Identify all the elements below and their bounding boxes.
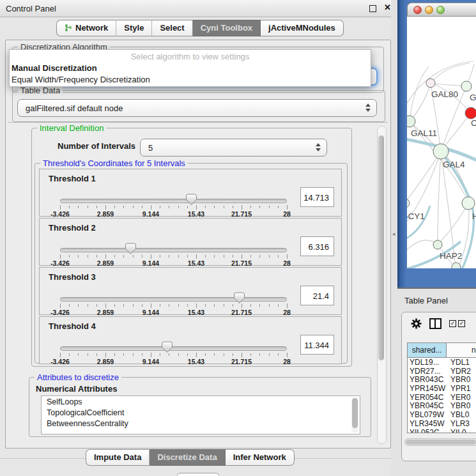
table-data-label: Table Data — [18, 86, 63, 95]
tick-mark — [142, 255, 142, 257]
tab-style[interactable]: Style — [116, 20, 152, 36]
apply-button[interactable]: Apply — [176, 473, 220, 476]
table-data-combobox[interactable]: galFiltered.sif default node — [17, 99, 377, 117]
network-node[interactable] — [426, 79, 435, 88]
tab-select[interactable]: Select — [152, 20, 192, 36]
tab-network[interactable]: Network — [56, 20, 116, 36]
tick-mark — [78, 206, 79, 208]
tick-mark — [88, 206, 88, 208]
tick-mark — [242, 254, 242, 259]
network-node[interactable] — [461, 81, 472, 91]
threshold-value-field[interactable]: 11.344 — [300, 335, 334, 355]
close-icon[interactable]: ✕ — [384, 3, 391, 12]
tick-mark — [269, 353, 270, 356]
list-scrollbar[interactable] — [351, 397, 358, 433]
column-header-name[interactable]: na — [447, 343, 476, 357]
network-node[interactable] — [452, 263, 461, 268]
network-node[interactable] — [433, 144, 449, 159]
slider-ticks — [60, 205, 287, 210]
cell-name: YER0 — [450, 393, 476, 402]
splitter-collapse-icon[interactable]: ◄ — [391, 231, 396, 237]
zoom-traffic-light-icon[interactable] — [436, 6, 445, 14]
column-header-shared-name[interactable]: shared... — [408, 343, 447, 357]
node-table: shared... na YDL19...YDL1YDR27...YDR2YBR… — [407, 342, 476, 433]
table-row[interactable]: YBL079WYBL0 — [408, 410, 476, 419]
float-window-icon[interactable] — [369, 5, 376, 12]
slider-track — [60, 199, 287, 203]
network-node[interactable] — [433, 240, 442, 249]
algorithm-option-equal-width[interactable]: Equal Width/Frequency Discretization — [10, 74, 371, 86]
tab-jactivemnodules[interactable]: jActiveMNodules — [261, 20, 344, 36]
tick-mark — [224, 206, 224, 208]
table-row[interactable]: YER054CYER0 — [408, 393, 476, 402]
checkbox-icon[interactable]: ✓ — [449, 320, 456, 327]
close-traffic-light-icon[interactable] — [413, 6, 422, 14]
table-row[interactable]: YLR345WYLR3 — [408, 419, 476, 428]
combo-spinner-icon — [365, 104, 371, 112]
tab-cyni-toolbox[interactable]: Cyni Toolbox — [193, 20, 261, 36]
network-node[interactable] — [407, 116, 415, 127]
tick-mark — [69, 255, 70, 257]
tick-mark — [160, 255, 160, 257]
table-row[interactable]: YPR145WYPR1 — [408, 384, 476, 393]
tick-label: 15.43 — [188, 210, 204, 218]
cell-name: YDR2 — [450, 367, 476, 376]
cell-shared-name: YDL19... — [408, 358, 450, 367]
threshold-value-field[interactable]: 6.316 — [300, 236, 334, 256]
list-scrollbar-thumb[interactable] — [352, 398, 358, 428]
minimize-traffic-light-icon[interactable] — [425, 6, 433, 14]
number-of-intervals-combobox[interactable]: 5 — [140, 139, 327, 157]
tick-mark — [233, 206, 233, 208]
tick-label: 9.144 — [142, 210, 159, 218]
slider-ticks — [60, 353, 287, 358]
control-panel-body: Discretization Algorithm Select algorith… — [5, 40, 391, 449]
tick-mark — [259, 353, 260, 356]
tick-mark — [105, 205, 106, 210]
tab-impute-data[interactable]: Impute Data — [86, 449, 150, 466]
number-of-intervals-value: 5 — [148, 143, 153, 153]
tick-label: 15.43 — [188, 309, 204, 316]
tab-discretize-data[interactable]: Discretize Data — [150, 449, 225, 466]
threshold-slider[interactable]: -3.4262.8599.14415.4321.71528 — [60, 247, 287, 263]
tick-mark — [133, 353, 134, 356]
network-canvas[interactable]: GAL80GACGAL11GAL4GCY1HHAP2 — [407, 17, 476, 268]
settings-scrollbar[interactable] — [377, 126, 387, 444]
panel-splitter[interactable] — [391, 0, 397, 476]
list-item[interactable]: TopologicalCoefficient — [42, 407, 360, 418]
split-view-icon[interactable] — [429, 318, 441, 329]
list-item[interactable]: SelfLoops — [42, 396, 360, 407]
threshold-value-field[interactable]: 14.713 — [300, 187, 334, 207]
table-hscrollbar-thumb[interactable] — [406, 440, 476, 445]
table-row[interactable]: YBR043CYBR0 — [408, 375, 476, 384]
settings-scrollbar-thumb[interactable] — [378, 135, 384, 360]
algorithm-option-manual[interactable]: Manual Discretization — [10, 63, 371, 74]
table-row[interactable]: YIL052CYIL0 — [408, 428, 476, 434]
checkbox-icon[interactable]: ✓ — [458, 320, 465, 327]
network-node[interactable] — [407, 199, 410, 208]
cell-name: YBL0 — [450, 410, 476, 419]
table-row[interactable]: YDR27...YDR2 — [408, 367, 476, 376]
gear-icon[interactable] — [411, 318, 422, 329]
threshold-slider[interactable]: -3.4262.8599.14415.4321.71528 — [60, 197, 287, 214]
table-hscrollbar[interactable] — [404, 438, 476, 446]
slider-tick-labels: -3.4262.8599.14415.4321.71528 — [60, 259, 287, 267]
tick-mark — [178, 206, 179, 208]
slider-ticks — [60, 303, 287, 309]
network-node[interactable] — [462, 197, 475, 210]
numerical-attributes-list[interactable]: SelfLoopsTopologicalCoefficientBetweenne… — [41, 395, 360, 434]
network-node[interactable] — [465, 107, 476, 119]
table-rows: YDL19...YDL1YDR27...YDR2YBR043CYBR0YPR14… — [407, 358, 476, 433]
tick-label: 28 — [283, 210, 291, 218]
threshold-slider[interactable]: -3.4262.8599.14415.4321.71528 — [60, 296, 287, 312]
table-row[interactable]: YDL19...YDL1 — [408, 358, 476, 367]
threshold-slider[interactable]: -3.4262.8599.14415.4321.71528 — [60, 345, 287, 362]
thresholds-group: Threshold's Coordinates for 5 Intervals … — [35, 163, 348, 364]
tick-mark — [133, 255, 134, 257]
tick-mark — [96, 353, 97, 356]
table-row[interactable]: YBR045CYBR0 — [408, 401, 476, 410]
tick-mark — [205, 255, 206, 257]
threshold-value-field[interactable]: 21.4 — [300, 286, 334, 305]
tab-infer-network[interactable]: Infer Network — [226, 449, 295, 466]
tick-mark — [250, 353, 251, 356]
list-item[interactable]: BetweennessCentrality — [42, 418, 360, 429]
